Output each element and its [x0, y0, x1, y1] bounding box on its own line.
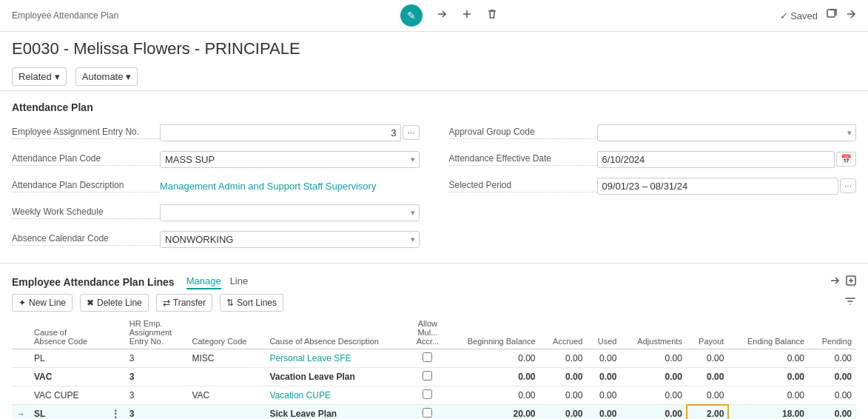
col-pending: Pending — [809, 316, 856, 349]
row-beginning-balance: 0.00 — [446, 349, 540, 368]
row-ending-balance: 0.00 — [728, 386, 809, 405]
row-ending-balance: 18.00 — [728, 405, 809, 420]
row-accrued: 0.00 — [540, 405, 588, 420]
attendance-plan-code-select-wrap: MASS SUP — [160, 151, 420, 168]
attendance-plan-section: Attendance Plan Employee Assignment Entr… — [0, 91, 868, 263]
approval-group-select[interactable] — [597, 124, 857, 141]
col-payout: Payout — [687, 316, 728, 349]
row-pending: 0.00 — [809, 368, 856, 386]
attendance-effective-date-calendar-btn[interactable]: 📅 — [836, 152, 856, 167]
automate-button[interactable]: Automate ▾ — [75, 67, 138, 86]
row-dots-btn — [106, 368, 125, 386]
col-allow-mul: AllowMul...Accr... — [409, 316, 446, 349]
selected-period-group: ··· — [597, 178, 857, 195]
weekly-work-schedule-select[interactable] — [160, 204, 420, 221]
selected-period-input[interactable] — [597, 178, 838, 195]
add-button[interactable] — [461, 8, 473, 23]
row-dots-btn[interactable]: ⋮ — [106, 405, 125, 420]
table-row: VAC 3 Vacation Leave Plan 0.00 0.00 0.00… — [12, 368, 856, 386]
lines-tabs: Manage Line — [186, 274, 249, 289]
transfer-button[interactable]: ⇄ Transfer — [156, 294, 212, 312]
filter-icon[interactable] — [844, 295, 856, 310]
edit-button[interactable]: ✎ — [400, 4, 423, 27]
row-description[interactable]: Vacation CUPE — [265, 386, 408, 405]
row-description-link[interactable]: Vacation CUPE — [269, 390, 330, 400]
row-allow-mul-checkbox[interactable] — [423, 352, 432, 362]
row-allow-mul[interactable] — [409, 368, 446, 386]
row-description[interactable]: Personal Leave SFE — [265, 349, 408, 368]
share-button[interactable] — [436, 8, 448, 23]
attendance-plan-code-select[interactable]: MASS SUP — [160, 151, 420, 168]
row-cause-of-absence[interactable]: VAC CUPE — [30, 386, 106, 405]
table-row: VAC CUPE 3 VAC Vacation CUPE 0.00 0.00 0… — [12, 386, 856, 405]
top-bar: Employee Attendance Plan ✎ ✓ Saved — [0, 0, 868, 32]
minimize-button[interactable] — [846, 9, 856, 22]
delete-line-button[interactable]: ✖ Delete Line — [80, 294, 149, 312]
lines-header-icons — [830, 275, 856, 289]
attendance-effective-date-row: Attendance Effective Date 📅 — [449, 149, 857, 170]
tab-manage[interactable]: Manage — [186, 274, 221, 289]
tab-line[interactable]: Line — [230, 274, 249, 289]
row-adjustments: 0.00 — [621, 386, 687, 405]
employee-assignment-lookup-btn[interactable]: ··· — [403, 125, 419, 140]
row-description: Vacation Leave Plan — [265, 368, 408, 386]
approval-group-label: Approval Group Code — [449, 127, 597, 139]
employee-assignment-input-group: ··· — [160, 124, 420, 141]
row-allow-mul[interactable] — [409, 405, 446, 420]
col-used: Used — [587, 316, 621, 349]
lines-section: Employee Attendance Plan Lines Manage Li… — [0, 268, 868, 419]
employee-assignment-label: Employee Assignment Entry No. — [12, 127, 160, 139]
open-new-button[interactable] — [827, 9, 837, 22]
employee-assignment-input[interactable] — [160, 124, 401, 141]
lines-share-icon[interactable] — [830, 275, 840, 289]
related-chevron-icon: ▾ — [55, 71, 60, 82]
row-cause-of-absence[interactable]: SL — [30, 405, 106, 420]
col-dots — [106, 316, 125, 349]
row-allow-mul-checkbox[interactable] — [423, 371, 432, 381]
action-bar: Related ▾ Automate ▾ — [0, 63, 868, 91]
attendance-effective-date-group: 📅 — [597, 151, 857, 168]
absence-calendar-select-wrap: NONWORKING — [160, 231, 420, 248]
automate-label: Automate — [82, 71, 124, 82]
row-used: 0.00 — [587, 349, 621, 368]
row-used: 0.00 — [587, 386, 621, 405]
row-arrow — [12, 349, 30, 368]
row-accrued: 0.00 — [540, 386, 588, 405]
row-cause-of-absence[interactable]: PL — [30, 349, 106, 368]
absence-calendar-select[interactable]: NONWORKING — [160, 231, 420, 248]
row-description: Sick Leave Plan — [265, 405, 408, 420]
row-payout: 0.00 — [687, 349, 728, 368]
row-accrued: 0.00 — [540, 349, 588, 368]
employee-assignment-row: Employee Assignment Entry No. ··· — [12, 122, 420, 143]
attendance-plan-form: Employee Assignment Entry No. ··· Attend… — [12, 122, 856, 255]
row-allow-mul[interactable] — [409, 349, 446, 368]
row-pending: 0.00 — [809, 386, 856, 405]
row-allow-mul[interactable] — [409, 386, 446, 405]
weekly-work-schedule-label: Weekly Work Schedule — [12, 207, 160, 219]
sort-lines-button[interactable]: ⇅ Sort Lines — [220, 294, 283, 312]
row-options-icon[interactable]: ⋮ — [110, 408, 121, 419]
selected-period-lookup-btn[interactable]: ··· — [840, 178, 856, 193]
new-line-button[interactable]: ✦ New Line — [12, 294, 73, 312]
related-button[interactable]: Related ▾ — [12, 67, 67, 86]
row-beginning-balance: 0.00 — [446, 368, 540, 386]
row-allow-mul-checkbox[interactable] — [423, 408, 432, 418]
attendance-plan-desc-value[interactable]: Management Admin and Support Staff Super… — [160, 181, 376, 192]
transfer-label: Transfer — [173, 298, 206, 308]
delete-button[interactable] — [486, 8, 498, 23]
row-allow-mul-checkbox[interactable] — [423, 389, 432, 399]
lines-header: Employee Attendance Plan Lines Manage Li… — [12, 274, 856, 289]
row-beginning-balance: 20.00 — [446, 405, 540, 420]
col-cause-of-absence: Cause ofAbsence Code — [30, 316, 106, 349]
row-arrow — [12, 368, 30, 386]
row-category-code — [187, 368, 265, 386]
row-description-link[interactable]: Personal Leave SFE — [269, 353, 351, 363]
attendance-effective-date-input[interactable] — [597, 151, 835, 168]
lines-toolbar: ✦ New Line ✖ Delete Line ⇄ Transfer ⇅ So… — [12, 294, 856, 312]
breadcrumb: Employee Attendance Plan — [12, 10, 118, 21]
row-cause-of-absence[interactable]: VAC — [30, 368, 106, 386]
lines-expand-icon[interactable] — [846, 275, 856, 289]
absence-calendar-row: Absence Calendar Code NONWORKING — [12, 229, 420, 249]
sort-lines-icon: ⇅ — [226, 298, 234, 308]
attendance-plan-title: Attendance Plan — [12, 101, 856, 113]
